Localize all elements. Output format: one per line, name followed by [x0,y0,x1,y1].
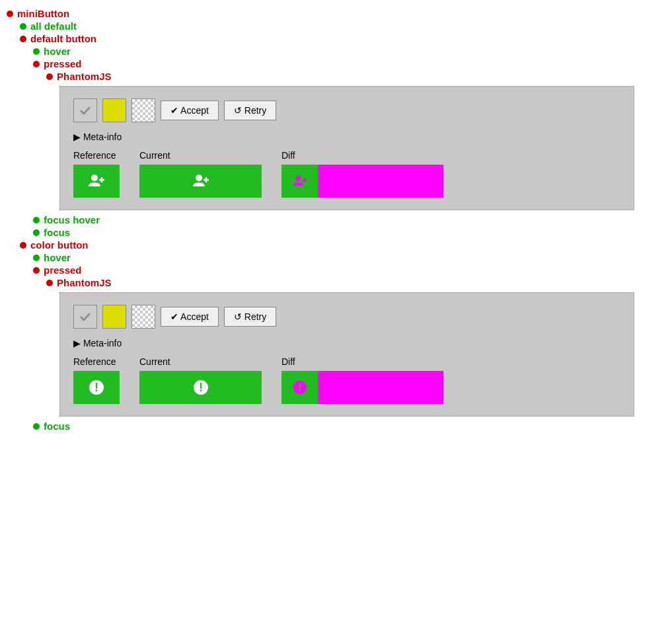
svg-point-6 [295,175,301,181]
focus-hover-label: focus hover [44,214,100,225]
current-btn-1 [139,165,262,198]
sidebar-item-hover-1[interactable]: hover [33,46,663,57]
diff-label-1: Diff [281,150,443,161]
swatch-yellow-2 [102,305,126,329]
default-button-label: default button [30,33,96,44]
diff-green-1 [281,165,318,198]
phantomjs-2-label: PhantomJS [57,277,112,288]
diff-magenta-2 [318,371,443,404]
hover-1-label: hover [44,46,71,57]
sidebar-item-hover-2[interactable]: hover [33,252,663,263]
reference-btn-1 [73,165,120,198]
tree-root: miniButton all default default button ho… [7,8,663,432]
hover-2-label: hover [44,252,71,263]
phantomjs-1-label: PhantomJS [57,71,112,82]
swatch-checkered-2 [131,305,155,329]
sidebar-item-color-button[interactable]: color button [20,239,663,251]
diff-col-1: Diff [281,150,443,198]
current-label-2: Current [139,356,262,367]
svg-text:!: ! [94,381,98,394]
preview-box-1: ✔ Accept ↺ Retry ▶ Meta-info Reference [59,86,634,210]
sidebar-item-focus-hover[interactable]: focus hover [33,214,663,225]
focus-1-label: focus [44,421,70,432]
current-btn-2: ! [139,371,262,404]
diff-green-2: ! [281,371,318,404]
sidebar-item-focus-1[interactable]: focus [33,421,663,432]
swatch-gray-2 [73,305,97,329]
accept-button-2[interactable]: ✔ Accept [161,307,219,327]
focus-bullet [33,229,40,236]
sidebar-item-focus[interactable]: focus [33,227,663,238]
meta-info-row-1[interactable]: ▶ Meta-info [73,132,620,142]
comparison-section-1: Reference Current [73,150,620,198]
swatch-gray-1 [73,99,97,122]
root-label: miniButton [17,8,69,19]
hover-1-bullet [33,48,40,55]
add-person-icon-cur-1 [192,172,210,190]
current-col-1: Current [139,150,262,198]
warning-icon-ref-2: ! [88,379,105,396]
preview-box-2: ✔ Accept ↺ Retry ▶ Meta-info Reference ! [59,292,634,417]
sidebar-item-phantomjs-1[interactable]: PhantomJS [46,71,663,82]
svg-text:!: ! [199,381,203,394]
swatch-yellow-1 [102,99,126,122]
phantomjs-2-bullet [46,280,53,286]
sidebar-item-all-default[interactable]: all default [20,20,663,32]
diff-container-1 [281,165,443,198]
sidebar-item-pressed-2[interactable]: pressed [33,264,663,276]
pressed-1-label: pressed [44,58,82,69]
svg-point-0 [91,175,98,181]
all-default-bullet [20,23,26,30]
sidebar-item-pressed-1[interactable]: pressed [33,58,663,69]
controls-row-1: ✔ Accept ↺ Retry [73,99,620,122]
sidebar-item-default-button[interactable]: default button [20,33,663,44]
comparison-section-2: Reference ! Current ! [73,356,620,404]
root-bullet [7,11,13,17]
pressed-2-label: pressed [44,264,82,276]
focus-label: focus [44,227,70,238]
reference-label-2: Reference [73,356,120,367]
meta-info-row-2[interactable]: ▶ Meta-info [73,338,620,348]
reference-btn-2: ! [73,371,120,404]
controls-row-2: ✔ Accept ↺ Retry [73,305,620,329]
current-col-2: Current ! [139,356,262,404]
color-button-label: color button [30,239,88,251]
accept-button-1[interactable]: ✔ Accept [161,101,219,120]
retry-button-2[interactable]: ↺ Retry [224,307,276,327]
diff-col-2: Diff ! [281,356,443,404]
pressed-1-bullet [33,61,40,67]
retry-button-1[interactable]: ↺ Retry [224,101,276,120]
reference-label-1: Reference [73,150,120,161]
tree-root-item[interactable]: miniButton [7,8,663,19]
default-button-bullet [20,36,26,42]
checkmark-icon-2 [79,310,92,323]
all-default-label: all default [30,20,77,32]
current-label-1: Current [139,150,262,161]
reference-col-2: Reference ! [73,356,120,404]
diff-container-2: ! [281,371,443,404]
phantomjs-1-bullet [46,73,53,80]
hover-2-bullet [33,255,40,261]
warning-icon-cur-2: ! [192,379,209,396]
color-button-bullet [20,242,26,249]
svg-point-3 [196,175,202,181]
diff-magenta-1 [318,165,443,198]
sidebar-item-phantomjs-2[interactable]: PhantomJS [46,277,663,288]
reference-col-1: Reference [73,150,120,198]
diff-label-2: Diff [281,356,443,367]
svg-text:!: ! [298,382,302,394]
warning-icon-diff-2: ! [292,380,308,395]
swatch-checkered-1 [131,99,155,122]
pressed-2-bullet [33,267,40,274]
focus-1-bullet [33,423,40,430]
add-person-icon-ref-1 [87,172,106,190]
add-person-icon-diff-1 [292,173,308,189]
meta-label-1: ▶ Meta-info [73,132,122,142]
checkmark-icon-1 [79,104,92,117]
meta-label-2: ▶ Meta-info [73,338,122,348]
focus-hover-bullet [33,217,40,223]
